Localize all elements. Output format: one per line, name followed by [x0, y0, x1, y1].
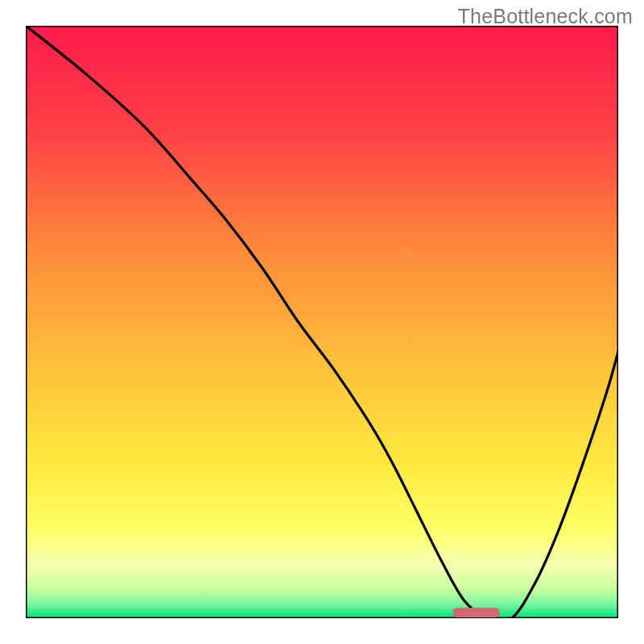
optimal-range-marker [452, 608, 500, 617]
bottleneck-chart: TheBottleneck.com [0, 0, 644, 644]
bottleneck-curve [26, 26, 618, 618]
plot-area [26, 26, 618, 618]
watermark-text: TheBottleneck.com [458, 5, 633, 28]
